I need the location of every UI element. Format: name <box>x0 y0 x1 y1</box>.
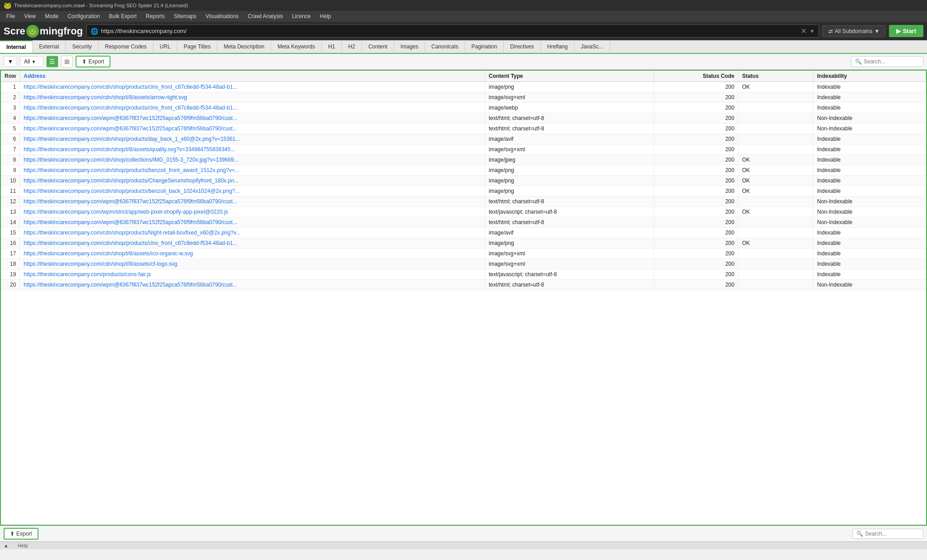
tab-content[interactable]: Content <box>362 41 394 53</box>
cell-status-code: 200 <box>654 134 738 144</box>
table-row[interactable]: 20https://theskincarecompany.com/wpm@636… <box>1 280 926 290</box>
cell-address[interactable]: https://theskincarecompany.com/wpm@6367f… <box>20 280 485 290</box>
filter-button[interactable]: ▼ <box>4 56 17 67</box>
tab-directives[interactable]: Directives <box>504 41 541 53</box>
table-body: 1https://theskincarecompany.com/cdn/shop… <box>1 82 926 290</box>
cell-address[interactable]: https://theskincarecompany.com/cdn/shop/… <box>20 92 485 103</box>
header-content-type[interactable]: Content Type <box>485 71 654 82</box>
cell-address[interactable]: https://theskincarecompany.com/cdn/shop/… <box>20 165 485 176</box>
tab-h2[interactable]: H2 <box>342 41 362 53</box>
filter-dropdown[interactable]: All ▼ <box>20 56 44 67</box>
cell-address[interactable]: https://theskincarecompany.com/cdn/shop/… <box>20 176 485 186</box>
table-row[interactable]: 19https://theskincarecompany.com/product… <box>1 269 926 280</box>
table-row[interactable]: 1https://theskincarecompany.com/cdn/shop… <box>1 82 926 92</box>
menu-sitemaps[interactable]: Sitemaps <box>169 12 201 21</box>
cell-address[interactable]: https://theskincarecompany.com/cdn/shop/… <box>20 144 485 155</box>
tab-javasc...[interactable]: JavaSc... <box>574 41 610 53</box>
table-row[interactable]: 7https://theskincarecompany.com/cdn/shop… <box>1 144 926 155</box>
table-row[interactable]: 4https://theskincarecompany.com/wpm@6367… <box>1 113 926 124</box>
cell-address[interactable]: https://theskincarecompany.com/wpm@6367f… <box>20 217 485 228</box>
tab-meta-description[interactable]: Meta Description <box>217 41 271 53</box>
header-row[interactable]: Row <box>1 71 20 82</box>
table-row[interactable]: 9https://theskincarecompany.com/cdn/shop… <box>1 165 926 176</box>
search-input[interactable] <box>864 58 918 65</box>
table-row[interactable]: 6https://theskincarecompany.com/cdn/shop… <box>1 134 926 144</box>
url-clear-button[interactable]: ✕ <box>801 27 807 35</box>
table-row[interactable]: 17https://theskincarecompany.com/cdn/sho… <box>1 249 926 259</box>
tab-page-titles[interactable]: Page Titles <box>177 41 217 53</box>
cell-indexability: Non-Indexable <box>813 113 926 124</box>
menu-configuration[interactable]: Configuration <box>63 12 104 21</box>
header-status[interactable]: Status <box>738 71 813 82</box>
menu-mode[interactable]: Mode <box>40 12 63 21</box>
cell-indexability: Non-Indexable <box>813 196 926 207</box>
cell-address[interactable]: https://theskincarecompany.com/wpm@6367f… <box>20 124 485 134</box>
status-left: ▲ <box>4 543 9 548</box>
cell-address[interactable]: https://theskincarecompany.com/cdn/shop/… <box>20 155 485 165</box>
tab-hreflang[interactable]: Hreflang <box>541 41 574 53</box>
cell-address[interactable]: https://theskincarecompany.com/cdn/shop/… <box>20 238 485 249</box>
start-button[interactable]: ▶ Start <box>889 25 923 37</box>
table-row[interactable]: 12https://theskincarecompany.com/wpm@636… <box>1 196 926 207</box>
cell-address[interactable]: https://theskincarecompany.com/products/… <box>20 269 485 280</box>
tab-response-codes[interactable]: Response Codes <box>99 41 153 53</box>
list-view-button[interactable]: ☰ <box>46 56 58 67</box>
table-row[interactable]: 5https://theskincarecompany.com/wpm@6367… <box>1 124 926 134</box>
url-input[interactable] <box>101 28 798 34</box>
tab-external[interactable]: External <box>33 41 66 53</box>
cell-address[interactable]: https://theskincarecompany.com/cdn/shop/… <box>20 82 485 92</box>
header-status-code[interactable]: Status Code <box>654 71 738 82</box>
cell-row: 17 <box>1 249 20 259</box>
menu-bulk-export[interactable]: Bulk Export <box>105 12 141 21</box>
table-row[interactable]: 16https://theskincarecompany.com/cdn/sho… <box>1 238 926 249</box>
tab-h1[interactable]: H1 <box>322 41 342 53</box>
table-row[interactable]: 18https://theskincarecompany.com/cdn/sho… <box>1 259 926 269</box>
cell-address[interactable]: https://theskincarecompany.com/cdn/shop/… <box>20 103 485 113</box>
table-row[interactable]: 14https://theskincarecompany.com/wpm@636… <box>1 217 926 228</box>
subdomain-button[interactable]: ⇄ All Subdomains ▼ <box>822 25 885 37</box>
header-indexability[interactable]: Indexability <box>813 71 926 82</box>
tab-pagination[interactable]: Pagination <box>465 41 504 53</box>
menu-view[interactable]: View <box>19 12 40 21</box>
table-row[interactable]: 10https://theskincarecompany.com/cdn/sho… <box>1 176 926 186</box>
cell-address[interactable]: https://theskincarecompany.com/wpm@6367f… <box>20 196 485 207</box>
table-row[interactable]: 13https://theskincarecompany.com/wpm/str… <box>1 207 926 217</box>
table-row[interactable]: 11https://theskincarecompany.com/cdn/sho… <box>1 186 926 196</box>
export-button[interactable]: ⬆ Export <box>76 56 110 67</box>
table-row[interactable]: 15https://theskincarecompany.com/cdn/sho… <box>1 228 926 238</box>
bottom-search-input[interactable] <box>865 531 919 537</box>
cell-address[interactable]: https://theskincarecompany.com/cdn/shop/… <box>20 259 485 269</box>
menu-crawl-analysis[interactable]: Crawl Analysis <box>243 12 287 21</box>
tab-internal[interactable]: Internal <box>0 40 33 54</box>
menu-reports[interactable]: Reports <box>141 12 169 21</box>
cell-address[interactable]: https://theskincarecompany.com/cdn/shop/… <box>20 134 485 144</box>
menu-help[interactable]: Help <box>315 12 336 21</box>
bottom-bar: ⬆ Export 🔍 <box>0 526 927 541</box>
cell-address[interactable]: https://theskincarecompany.com/wpm/stric… <box>20 207 485 217</box>
tab-meta-keywords[interactable]: Meta Keywords <box>271 41 322 53</box>
bottom-search-box: 🔍 <box>852 529 923 539</box>
tab-canonicals[interactable]: Canonicals <box>425 41 465 53</box>
subdomain-label: All Subdomains <box>835 28 872 34</box>
tab-security[interactable]: Security <box>66 41 98 53</box>
menu-visualisations[interactable]: Visualisations <box>201 12 243 21</box>
header-address[interactable]: Address <box>20 71 485 82</box>
cell-address[interactable]: https://theskincarecompany.com/wpm@6367f… <box>20 113 485 124</box>
cell-row: 7 <box>1 144 20 155</box>
table-row[interactable]: 8https://theskincarecompany.com/cdn/shop… <box>1 155 926 165</box>
tab-url[interactable]: URL <box>153 41 177 53</box>
tab-images[interactable]: Images <box>394 41 425 53</box>
table-row[interactable]: 2https://theskincarecompany.com/cdn/shop… <box>1 92 926 103</box>
menu-licence[interactable]: Licence <box>287 12 315 21</box>
bottom-export-button[interactable]: ⬆ Export <box>4 528 38 540</box>
cell-address[interactable]: https://theskincarecompany.com/cdn/shop/… <box>20 249 485 259</box>
table-row[interactable]: 3https://theskincarecompany.com/cdn/shop… <box>1 103 926 113</box>
search-icon: 🔍 <box>855 58 862 65</box>
cell-address[interactable]: https://theskincarecompany.com/cdn/shop/… <box>20 186 485 196</box>
url-dropdown-button[interactable]: ▼ <box>809 28 815 34</box>
menu-file[interactable]: File <box>2 12 19 21</box>
tree-view-button[interactable]: ⊞ <box>61 56 73 67</box>
cell-address[interactable]: https://theskincarecompany.com/cdn/shop/… <box>20 228 485 238</box>
cell-status-code: 200 <box>654 124 738 134</box>
cell-row: 5 <box>1 124 20 134</box>
